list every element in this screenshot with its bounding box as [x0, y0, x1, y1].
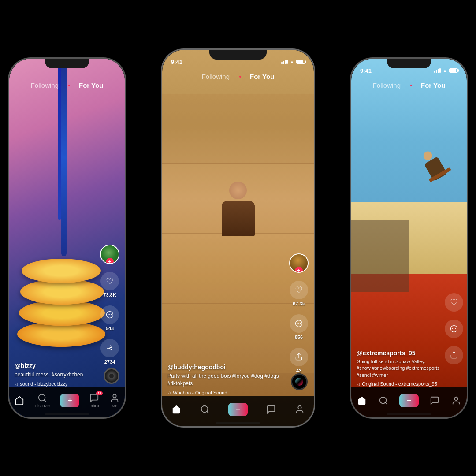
- nav-header-left: Following For You: [9, 78, 125, 93]
- time-right: 9:41: [360, 67, 372, 74]
- nav-foryou-center[interactable]: For You: [250, 73, 274, 80]
- music-note-left: ♫: [15, 381, 18, 387]
- comment-action-center[interactable]: 856: [290, 314, 308, 340]
- like-count-center: 67.3k: [293, 301, 305, 306]
- plus-btn-left[interactable]: +: [60, 394, 79, 407]
- nav-tab-me-center[interactable]: [295, 405, 305, 414]
- signal-center: [281, 60, 288, 64]
- nav-header-center: Following For You: [162, 69, 314, 84]
- like-icon-right: ♡: [445, 293, 463, 312]
- comment-count-center: 856: [295, 335, 303, 340]
- svg-point-20: [379, 397, 386, 404]
- sound-text-center: Woohoo - Original Sound: [173, 390, 227, 395]
- svg-point-3: [111, 314, 112, 315]
- avatar-action-left: +: [100, 245, 119, 264]
- wifi-right: ▲: [443, 68, 447, 73]
- nav-tab-plus-right[interactable]: +: [400, 394, 418, 407]
- svg-point-4: [39, 394, 45, 401]
- nav-tab-discover-left[interactable]: Discover: [35, 393, 50, 408]
- nav-tab-home-right[interactable]: [357, 396, 367, 405]
- nav-dot-left: [68, 85, 70, 86]
- like-action-right[interactable]: ♡: [445, 293, 463, 312]
- comment-action-left[interactable]: 543: [100, 305, 119, 331]
- nav-following-left[interactable]: Following: [31, 82, 59, 89]
- share-count-left: 2734: [104, 359, 115, 364]
- svg-point-12: [201, 406, 208, 413]
- plus-btn-right[interactable]: +: [400, 394, 418, 407]
- share-icon-right: [445, 346, 463, 364]
- svg-line-5: [44, 400, 46, 402]
- nav-following-center[interactable]: Following: [202, 73, 230, 80]
- nav-tab-inbox-center[interactable]: [266, 405, 276, 414]
- nav-tab-home-center[interactable]: [171, 405, 181, 414]
- inbox-badge-left: 11: [96, 391, 103, 395]
- notch-left: [45, 59, 89, 68]
- nav-tab-plus-center[interactable]: +: [229, 403, 247, 416]
- like-action-center[interactable]: ♡ 67.3k: [290, 281, 308, 306]
- svg-point-1: [108, 314, 109, 315]
- share-action-left[interactable]: 2734: [100, 339, 119, 364]
- sound-text-right: Original Sound - extremesports_95: [362, 381, 437, 387]
- follow-btn-left[interactable]: +: [106, 258, 114, 264]
- nav-foryou-right[interactable]: For You: [421, 82, 445, 89]
- share-count-center: 43: [296, 368, 301, 373]
- bottom-nav-right: +: [351, 387, 467, 417]
- svg-point-16: [452, 328, 453, 329]
- avatar-center[interactable]: +: [289, 253, 309, 273]
- svg-point-14: [298, 406, 301, 409]
- nav-tab-inbox-right[interactable]: [430, 396, 439, 405]
- share-icon-left: [100, 339, 119, 357]
- share-action-right[interactable]: [445, 346, 463, 364]
- sound-row-center: ♫ Woohoo - Original Sound: [167, 390, 287, 395]
- share-action-center[interactable]: 43: [290, 348, 308, 373]
- svg-point-9: [298, 323, 299, 324]
- me-label-left: Me: [112, 404, 118, 408]
- like-count-left: 73.8K: [103, 292, 116, 298]
- nav-header-right: Following For You: [351, 78, 467, 93]
- phone-left: Following For You + ♡ 73.8K: [8, 57, 126, 419]
- plus-btn-center[interactable]: +: [229, 403, 247, 416]
- battery-fill-right: [450, 69, 456, 72]
- description-left: beautiful mess. #sorrykitchen: [15, 371, 98, 379]
- battery-right: [449, 68, 458, 73]
- nav-tab-me-right[interactable]: [451, 396, 461, 405]
- svg-point-8: [297, 323, 298, 324]
- battery-center: [296, 60, 305, 64]
- nav-following-right[interactable]: Following: [373, 82, 401, 89]
- wifi-center: ▲: [290, 59, 294, 64]
- sound-row-right: ♫ Original Sound - extremesports_95: [357, 381, 440, 387]
- avatar-left[interactable]: +: [100, 245, 119, 264]
- time-center: 9:41: [171, 59, 182, 65]
- bottom-info-center: @buddythegoodboi Party with all the good…: [167, 364, 287, 395]
- share-icon-center: [290, 348, 308, 366]
- nav-tab-discover-center[interactable]: [200, 405, 210, 414]
- nav-dot-center: [239, 76, 241, 78]
- comment-icon-center: [290, 314, 308, 333]
- svg-point-2: [109, 314, 110, 315]
- person-center: [218, 182, 258, 239]
- bottom-nav-left: Discover + 11 Inbox Me: [9, 387, 125, 417]
- nav-tab-discover-right[interactable]: [379, 396, 388, 405]
- music-note-center: ♫: [167, 390, 171, 395]
- username-right: @extremesports_95: [357, 350, 440, 357]
- donut-0: [22, 259, 101, 283]
- side-actions-left: + ♡ 73.8K 543 2734: [100, 245, 119, 364]
- comment-action-right[interactable]: [445, 320, 463, 338]
- bottom-info-right: @extremesports_95 Going full send in Squ…: [357, 350, 440, 387]
- inbox-label-left: Inbox: [89, 404, 99, 408]
- nav-tab-home-left[interactable]: [15, 396, 24, 405]
- phones-container: Following For You + ♡ 73.8K: [0, 0, 476, 476]
- nav-tab-plus-left[interactable]: +: [60, 394, 79, 407]
- phone-center: 9:41 ▲ Following: [161, 48, 315, 428]
- notch-right: [387, 59, 431, 68]
- sound-text-left: sound - bizzybeebizzy: [20, 381, 67, 387]
- comment-icon-left: [100, 305, 119, 324]
- follow-btn-center[interactable]: +: [295, 267, 303, 273]
- like-action-left[interactable]: ♡ 73.8K: [100, 272, 119, 298]
- description-center: Party with all the good bois #foryou #do…: [167, 372, 287, 387]
- nav-foryou-left[interactable]: For You: [79, 82, 103, 89]
- svg-line-13: [207, 411, 208, 413]
- nav-tab-inbox-left[interactable]: 11 Inbox: [89, 393, 99, 408]
- nav-tab-me-left[interactable]: Me: [110, 393, 119, 408]
- avatar-action-center: +: [289, 253, 309, 273]
